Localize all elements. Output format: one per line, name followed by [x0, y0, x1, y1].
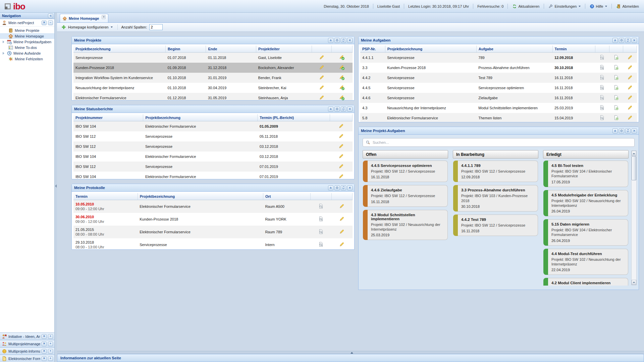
close-module-button[interactable]: ✕: [42, 349, 47, 354]
preview-icon[interactable]: [599, 55, 605, 60]
edit-done-icon[interactable]: [339, 95, 344, 100]
table-row[interactable]: IBO SW 104 Elektronischer Formularservic…: [73, 152, 353, 162]
search-input[interactable]: [373, 140, 632, 144]
sidebar-splitter[interactable]: [55, 13, 57, 362]
tab-meine-homepage[interactable]: Meine Homepage ✕: [60, 14, 108, 22]
panel-refresh-button[interactable]: [341, 107, 346, 112]
column-header[interactable]: Termin: [552, 46, 595, 52]
add-document-icon[interactable]: [613, 65, 619, 70]
collapse-sidebar-button[interactable]: [48, 13, 53, 18]
tab-close-icon[interactable]: ✕: [102, 15, 106, 19]
table-row[interactable]: 4.4.5 Serviceprozesse Serviceprozesse op…: [360, 83, 637, 93]
edit-icon[interactable]: [319, 75, 324, 80]
table-row[interactable]: 10.05.201009:00 - 12:00 Uhr Elektronisch…: [73, 200, 353, 213]
table-row[interactable]: Kunden-Prozesse 2018 01.09.2018 31.12.20…: [73, 63, 353, 73]
close-module-button[interactable]: ✕: [42, 356, 47, 361]
kanban-card[interactable]: 3.3 Prozess-Abnahme durchführen Projekt:…: [453, 185, 538, 212]
panel-refresh-button[interactable]: [341, 185, 346, 190]
column-header[interactable]: Projektnummer: [73, 114, 143, 121]
sidebar-item-meine-projekte[interactable]: Meine Projekte: [0, 27, 54, 33]
table-row[interactable]: IBO SW 104 Elektronischer Formularservic…: [73, 172, 353, 179]
close-module-button[interactable]: ✕: [42, 342, 47, 346]
edit-icon[interactable]: [627, 75, 633, 80]
edit-icon[interactable]: [627, 85, 633, 90]
column-header[interactable]: Termin (PL-Bericht): [258, 114, 330, 121]
edit-icon[interactable]: [338, 123, 344, 129]
column-header[interactable]: Termin: [73, 193, 138, 200]
table-row[interactable]: 4.4.6 Serviceprozesse Zielaufgabe 16.11.…: [360, 93, 637, 103]
footer-panel-header[interactable]: Informationen zur aktuellen Seite: [57, 354, 644, 362]
edit-icon[interactable]: [319, 65, 324, 70]
splitter-expand-arrow-icon[interactable]: [351, 352, 353, 354]
table-row[interactable]: 21.05.201508:00 - 08:00 Uhr Elektronisch…: [73, 226, 353, 238]
add-document-icon[interactable]: [613, 75, 619, 80]
sidebar-item-meine-fehlzeiten[interactable]: Meine Fehlzeiten: [0, 56, 54, 62]
edit-icon[interactable]: [627, 55, 633, 60]
settings-button[interactable]: Einstellungen: [547, 3, 582, 9]
table-row[interactable]: 29.10.201808:00 - 13:00 Uhr Serviceproze…: [73, 238, 353, 250]
table-row[interactable]: 4.3 Neuausrichtung der Internetpräsenz M…: [360, 103, 637, 113]
edit-icon[interactable]: [338, 174, 344, 179]
table-row[interactable]: IBO SW 104 Elektronischer Formularservic…: [73, 121, 353, 131]
expander-icon[interactable]: [3, 52, 4, 55]
close-module-button[interactable]: ✕: [42, 20, 47, 25]
sidebar-module-elektronischer-formularservice[interactable]: Elektronischer Formularse... ✕ +: [0, 355, 54, 362]
column-header[interactable]: Ende: [206, 46, 256, 52]
column-header[interactable]: PSP-Nr.: [360, 46, 385, 52]
table-row[interactable]: Neuausrichtung der Internetpräsenz 01.10…: [73, 83, 353, 93]
scroll-up-button[interactable]: [632, 151, 636, 156]
collapse-module-button[interactable]: −: [48, 20, 53, 25]
sidebar-module-multiprojektmanagement[interactable]: Multiprojektmanagement ✕ +: [0, 340, 54, 347]
panel-refresh-button[interactable]: [625, 38, 631, 43]
kanban-card[interactable]: 4.4 Modul-Test durchführen Projekt: IBO …: [543, 249, 628, 275]
edit-icon[interactable]: [627, 115, 633, 120]
collapse-panel-button[interactable]: [328, 107, 333, 112]
expand-module-button[interactable]: +: [48, 356, 53, 361]
kanban-scrollbar[interactable]: [631, 150, 637, 285]
panel-close-button[interactable]: [632, 128, 637, 133]
sidebar-item-meine-aufwaende[interactable]: Meine Aufwände: [0, 50, 54, 56]
close-module-button[interactable]: ✕: [42, 334, 47, 339]
table-row[interactable]: IBO SW 112 Serviceprozesse 05.11.2018: [73, 131, 353, 141]
kanban-card[interactable]: 4.3 Modul Schnittstellen implementieren …: [363, 210, 448, 240]
kanban-card[interactable]: 5.15 Daten migrieren Projekt: IBO SW 104…: [543, 219, 628, 246]
kanban-card[interactable]: 4.5 BI-Tool testen Projekt: IBO SW 104 /…: [543, 161, 628, 187]
column-header[interactable]: Projektbezeichnung: [138, 193, 263, 200]
panel-close-button[interactable]: [347, 185, 353, 190]
kanban-card[interactable]: 4.5 Modulefreigabe der Entwicklung Proje…: [543, 190, 628, 217]
kanban-card[interactable]: 4.2 Modul Client implementieren Projekt:…: [543, 278, 628, 286]
collapse-panel-button[interactable]: [612, 38, 618, 43]
south-splitter[interactable]: [57, 351, 644, 354]
panel-settings-button[interactable]: [619, 128, 624, 133]
add-document-icon[interactable]: [613, 85, 619, 90]
edit-icon[interactable]: [338, 143, 344, 149]
edit-icon[interactable]: [319, 55, 324, 60]
kanban-card[interactable]: 4.4.1.1 789 Projekt: IBO SW 112 / Servic…: [453, 161, 538, 182]
table-row[interactable]: 30.06.201009:00 - 12:00 Uhr Kunden-Proze…: [73, 213, 353, 226]
table-row[interactable]: Integration Workflow-System im Kundenser…: [73, 73, 353, 83]
table-row[interactable]: 3.3 Kunden-Prozesse 2018 Prozess-Abnahme…: [360, 63, 637, 73]
table-row[interactable]: Elektronischer Formularservice 01.12.201…: [73, 93, 353, 101]
column-header[interactable]: Aufgabe: [476, 46, 552, 52]
column-header[interactable]: Projektbezeichnung: [73, 46, 165, 52]
edit-icon[interactable]: [339, 203, 344, 209]
table-row[interactable]: 5.8 Elektronischer Formularservice Theme…: [360, 113, 637, 122]
edit-icon[interactable]: [338, 133, 344, 139]
edit-done-icon[interactable]: [339, 85, 344, 90]
panel-close-button[interactable]: [632, 38, 637, 43]
sidebar-module-multiprojekt-informations[interactable]: Multiprojekt-Informations... ✕ +: [0, 347, 54, 355]
preview-icon[interactable]: [599, 105, 605, 110]
add-document-icon[interactable]: [613, 55, 619, 60]
add-document-icon[interactable]: [613, 115, 619, 120]
preview-icon[interactable]: [318, 229, 324, 234]
edit-icon[interactable]: [319, 85, 324, 90]
logout-button[interactable]: Abmelden: [614, 3, 641, 9]
column-header[interactable]: Beginn: [165, 46, 206, 52]
column-header[interactable]: Ort: [263, 193, 310, 200]
panel-close-button[interactable]: [347, 107, 353, 112]
columns-count-input[interactable]: [149, 24, 163, 30]
edit-icon[interactable]: [339, 242, 344, 247]
preview-icon[interactable]: [318, 216, 324, 222]
column-header[interactable]: Projektbezeichnung: [143, 114, 258, 121]
edit-icon[interactable]: [319, 95, 324, 100]
